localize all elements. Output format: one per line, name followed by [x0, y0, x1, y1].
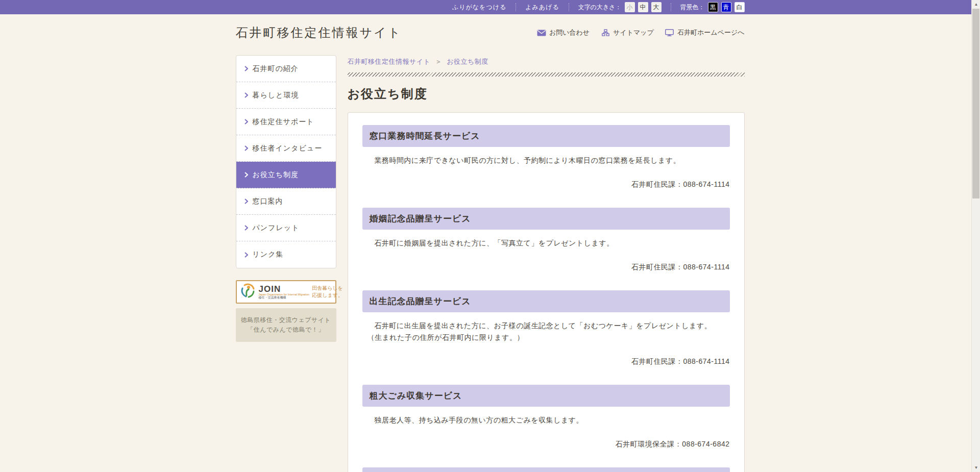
- vertical-scrollbar[interactable]: ▲ ▼: [971, 0, 980, 472]
- chevron-right-icon: [244, 172, 248, 178]
- font-size-label: 文字の大きさ：: [578, 3, 622, 12]
- breadcrumb: 石井町移住定住情報サイト ＞ お役立ち制度: [348, 57, 745, 66]
- bg-color-blue-button[interactable]: 青: [721, 2, 731, 12]
- service-section-title: 浄化槽設置整備事業補助金制度: [362, 467, 730, 472]
- topbar-divider: [516, 3, 516, 11]
- sitemap-icon: [601, 29, 610, 36]
- mail-icon: [537, 29, 546, 36]
- site-title[interactable]: 石井町移住定住情報サイト: [236, 24, 402, 41]
- sidebar-item-label: 移住定住サポート: [253, 117, 314, 127]
- chevron-right-icon: [244, 225, 248, 231]
- service-section-septic-tank-subsidy: 浄化槽設置整備事業補助金制度 既存単独処理浄化槽または汲み取り槽から、合併処理浄…: [362, 467, 730, 472]
- bg-color-white-button[interactable]: 白: [734, 2, 745, 12]
- main-content: 石井町移住定住情報サイト ＞ お役立ち制度 お役立ち制度 窓口業務時間延長サービ…: [348, 55, 745, 472]
- join-logo-subtext-jp: 移住・交流推進機構: [259, 296, 310, 299]
- join-tagline: 田舎暮らしを 応援します。: [312, 285, 343, 300]
- service-section-window-extension: 窓口業務時間延長サービス 業務時間内に来庁できない町民の方に対し、予約制により木…: [362, 125, 730, 189]
- breadcrumb-current: お役立ち制度: [447, 58, 488, 65]
- font-size-medium-button[interactable]: 中: [638, 2, 648, 12]
- service-section-title: 出生記念品贈呈サービス: [362, 290, 730, 312]
- hatched-divider: [348, 72, 745, 77]
- tokushima-banner[interactable]: 徳島県移住・交流ウェブサイト 「住んでみんで徳島で！」: [236, 308, 336, 342]
- sidebar-item-living-environment[interactable]: 暮らしと環境: [236, 82, 336, 109]
- sidebar-item-useful-programs[interactable]: お役立ち制度: [236, 162, 336, 188]
- chevron-right-icon: [244, 66, 248, 71]
- chevron-right-icon: [244, 198, 248, 204]
- sitemap-link-label: サイトマップ: [613, 28, 654, 37]
- background-color-label: 背景色：: [680, 3, 705, 12]
- read-aloud-link[interactable]: よみあげる: [525, 3, 559, 12]
- chevron-right-icon: [244, 119, 248, 125]
- service-section-description: 石井町に婚姻届を提出された方に、「写真立て」をプレゼントします。: [362, 237, 730, 249]
- sidebar-item-pamphlet[interactable]: パンフレット: [236, 215, 336, 241]
- service-section-contact: 石井町環境保全課：088-674-6842: [362, 440, 730, 449]
- sidebar-item-label: 窓口案内: [253, 197, 283, 206]
- chevron-right-icon: [244, 145, 248, 151]
- service-section-description: 業務時間内に来庁できない町民の方に対し、予約制により木曜日の窓口業務を延長します…: [362, 155, 730, 166]
- join-logo-icon: [240, 283, 256, 301]
- chevron-right-icon: [244, 252, 248, 258]
- monitor-icon: [665, 29, 674, 36]
- accessibility-bar: ふりがなをつける よみあげる 文字の大きさ： 小 中 大 背景色： 黒 青 白: [0, 0, 980, 14]
- sidebar-item-label: パンフレット: [253, 223, 300, 233]
- sidebar-item-service-counter[interactable]: 窓口案内: [236, 188, 336, 215]
- service-section-title: 婚姻記念品贈呈サービス: [362, 208, 730, 230]
- sidebar-item-migrant-interview[interactable]: 移住者インタビュー: [236, 135, 336, 162]
- sitemap-link[interactable]: サイトマップ: [601, 28, 654, 37]
- service-section-contact: 石井町住民課：088-674-1114: [362, 357, 730, 366]
- town-homepage-link-label: 石井町ホームページへ: [677, 28, 745, 37]
- furigana-toggle-link[interactable]: ふりがなをつける: [452, 3, 506, 12]
- font-size-large-button[interactable]: 大: [651, 2, 662, 12]
- contact-link[interactable]: お問い合わせ: [537, 28, 590, 37]
- chevron-right-icon: [244, 92, 248, 98]
- scrollbar-thumb[interactable]: [972, 9, 979, 198]
- services-card: 窓口業務時間延長サービス 業務時間内に来庁できない町民の方に対し、予約制により木…: [348, 112, 745, 472]
- bg-color-black-button[interactable]: 黒: [708, 2, 718, 12]
- font-size-small-button[interactable]: 小: [625, 2, 635, 12]
- join-banner[interactable]: JOIN Japan Organization for Internal Mig…: [236, 280, 336, 304]
- sidebar-item-migration-support[interactable]: 移住定住サポート: [236, 109, 336, 135]
- service-section-title: 粗大ごみ収集サービス: [362, 385, 730, 407]
- town-homepage-link[interactable]: 石井町ホームページへ: [665, 28, 745, 37]
- scrollbar-down-arrow[interactable]: ▼: [972, 463, 980, 472]
- tokushima-banner-line2: 「住んでみんで徳島で！」: [247, 325, 325, 335]
- sidebar-item-label: 石井町の紹介: [253, 64, 299, 73]
- contact-link-label: お問い合わせ: [549, 28, 590, 37]
- service-section-description: 石井町に出生届を提出された方に、お子様の誕生記念として「おむつケーキ」をプレゼン…: [362, 320, 730, 343]
- page-title: お役立ち制度: [348, 86, 745, 102]
- service-section-contact: 石井町住民課：088-674-1114: [362, 180, 730, 189]
- topbar-divider: [569, 3, 569, 11]
- sidebar-item-label: お役立ち制度: [253, 170, 299, 180]
- breadcrumb-separator: ＞: [435, 58, 443, 65]
- sidebar-item-label: 暮らしと環境: [253, 91, 299, 100]
- scrollbar-up-arrow[interactable]: ▲: [972, 0, 980, 9]
- topbar-divider: [671, 3, 671, 11]
- tokushima-banner-line1: 徳島県移住・交流ウェブサイト: [241, 315, 331, 325]
- service-section-description: 独居老人等、持ち込み手段の無い方の粗大ごみを収集します。: [362, 414, 730, 426]
- service-section-title: 窓口業務時間延長サービス: [362, 125, 730, 147]
- service-section-marriage-gift: 婚姻記念品贈呈サービス 石井町に婚姻届を提出された方に、「写真立て」をプレゼント…: [362, 208, 730, 272]
- join-logo-word: JOIN: [259, 285, 310, 293]
- site-header: 石井町移住定住情報サイト お問い合わせ サイトマップ 石井町ホームページへ: [0, 14, 980, 51]
- sidebar: 石井町の紹介 暮らしと環境 移住定住サポート 移住者インタビュー お役立ち制度 …: [236, 55, 336, 342]
- service-section-contact: 石井町住民課：088-674-1114: [362, 263, 730, 272]
- sidebar-item-links[interactable]: リンク集: [236, 241, 336, 268]
- sidebar-item-label: リンク集: [253, 250, 284, 259]
- service-section-bulky-waste: 粗大ごみ収集サービス 独居老人等、持ち込み手段の無い方の粗大ごみを収集します。 …: [362, 385, 730, 449]
- breadcrumb-home-link[interactable]: 石井町移住定住情報サイト: [348, 58, 431, 65]
- sidebar-item-town-intro[interactable]: 石井町の紹介: [236, 56, 336, 82]
- sidebar-item-label: 移住者インタビュー: [253, 144, 323, 153]
- service-section-birth-gift: 出生記念品贈呈サービス 石井町に出生届を提出された方に、お子様の誕生記念として「…: [362, 290, 730, 366]
